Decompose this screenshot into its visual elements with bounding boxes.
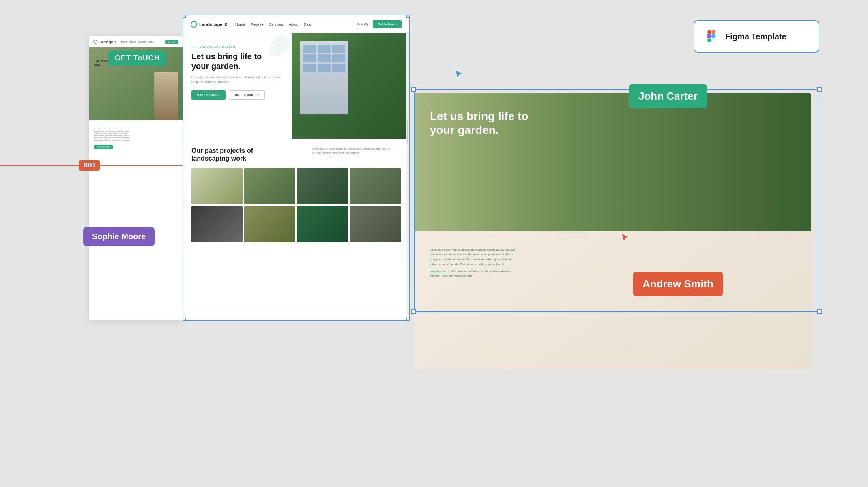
lp-hero-person-figure (154, 72, 178, 120)
mf-grid-item-3 (297, 168, 348, 204)
mf-nav-pages[interactable]: Pages (251, 22, 263, 26)
figma-template-title: Figma Template (725, 32, 786, 41)
mf-window-2 (318, 45, 331, 53)
lp-about-body: Lorem ipsum dolor sit amet, consectetur … (94, 128, 131, 142)
mf-hero-section: LANDSCAPE DESIGN Let us bring life to yo… (183, 33, 409, 139)
lp-services-btn[interactable]: OUR SERVICES (94, 145, 113, 149)
rbp-body-text-2: perpction vis ut, dicit mentore rationib… (430, 269, 795, 279)
rbp-link[interactable]: perpction vis ut (430, 270, 449, 273)
lp-nav-about: About (148, 41, 153, 43)
rbp-hero-section: Let us bring life to your garden. (414, 93, 811, 231)
mf-hero-bg-image (292, 33, 409, 139)
rframe-handle-bl[interactable] (411, 309, 416, 314)
mf-grid-item-8 (350, 206, 401, 242)
mf-scrollbar[interactable] (406, 33, 409, 320)
mf-projects-header: Our past projects of landscaping work Lo… (191, 147, 401, 162)
rbp-hero-text: Let us bring life to your garden. (430, 109, 552, 137)
figma-template-box: Figma Template (694, 20, 819, 53)
rframe-handle-tr[interactable] (817, 87, 822, 92)
mf-grid-item-2 (244, 168, 295, 204)
svg-rect-5 (707, 30, 711, 34)
mf-get-in-touch-btn[interactable]: GET IN TOUCH (191, 90, 226, 100)
mf-grid-item-5 (191, 206, 243, 242)
lp-nav-links: Home Pages ▾ Services About (121, 41, 153, 43)
mf-hero-body: Lorem ipsum dolor sit amet, consectetur … (191, 75, 284, 84)
mf-window-5 (318, 54, 331, 62)
mf-window-9 (332, 64, 345, 72)
mf-nav-blog[interactable]: Blog (304, 22, 312, 26)
mf-nav-about[interactable]: About (289, 22, 299, 26)
mf-nav-links: Home Pages Services About Blog (235, 22, 312, 26)
handle-top-right[interactable] (406, 15, 410, 18)
height-label: 800 (79, 160, 100, 171)
mf-projects-section: Our past projects of landscaping work Lo… (183, 139, 409, 251)
mf-nav-services[interactable]: Services (269, 22, 284, 26)
lp-nav-home: Home (121, 41, 127, 43)
main-center-frame: 60 LandscaperX Home Pages Services About… (183, 15, 410, 321)
mf-building-figure (300, 41, 348, 114)
handle-bottom-right[interactable] (406, 318, 410, 321)
mf-grid-item-7 (297, 206, 348, 242)
lp-cta-btn[interactable]: Get in touch (165, 40, 178, 44)
andrew-smith-tag: Andrew Smith (633, 272, 723, 296)
lp-about-section: Lorem ipsum dolor sit amet, consectetur … (89, 120, 183, 155)
rbp-body-text-1: luctus ac nimod viverra; ad delicata vil… (430, 247, 795, 267)
svg-rect-9 (707, 38, 711, 42)
sophie-moore-tag: Sophie Moore (83, 227, 155, 246)
mf-grid-item-1 (191, 168, 243, 204)
leaf-decoration-icon (267, 33, 292, 58)
rbp-text-block: luctus ac nimod viverra; ad delicata vil… (430, 247, 795, 279)
main-frame-navbar: LandscaperX Home Pages Services About Bl… (183, 15, 409, 33)
mf-window-4 (303, 54, 316, 62)
right-panel: Figma Template Let us bring life to your… (414, 20, 819, 369)
mf-grid-item-4 (350, 168, 401, 204)
mf-nav-home[interactable]: Home (235, 22, 245, 26)
svg-rect-6 (711, 30, 715, 34)
mf-window-6 (332, 54, 345, 62)
mf-building-windows (300, 41, 348, 75)
rbp-hero-title: Let us bring life to your garden. (430, 109, 552, 137)
cursor-blue-arrow (454, 69, 464, 82)
mf-cart[interactable]: Cart (3) (357, 22, 368, 26)
mf-projects-desc: Lorem ipsum dolor sit amet, consectetur … (312, 147, 401, 155)
left-preview-navbar: LandscaperX Home Pages ▾ Services About … (89, 36, 183, 47)
get-in-touch-label: GET ToUCH (108, 51, 166, 66)
lp-logo-icon (93, 40, 97, 44)
rframe-handle-tl[interactable] (411, 87, 416, 92)
left-preview-frame: LandscaperX Home Pages ▾ Services About … (89, 36, 183, 320)
right-bg-preview: Let us bring life to your garden. luctus… (414, 93, 811, 369)
mf-nav-right: Cart (3) Get in touch (357, 20, 402, 28)
mf-hero-image (292, 33, 409, 139)
mf-cta-button[interactable]: Get in touch (373, 20, 402, 28)
mf-hero-left: LANDSCAPE DESIGN Let us bring life to yo… (183, 33, 292, 139)
john-carter-tag: John Carter (629, 84, 707, 108)
mf-our-services-btn[interactable]: OUR SERVICES (229, 90, 265, 100)
figma-icon (703, 28, 720, 45)
mf-logo: LandscaperX (191, 21, 227, 28)
mf-logo-circle (191, 21, 197, 28)
handle-bottom-left[interactable] (183, 318, 186, 321)
rframe-handle-br[interactable] (817, 309, 822, 314)
mf-window-3 (332, 45, 345, 53)
lp-logo: LandscaperX (93, 40, 116, 44)
mf-scrollbar-thumb[interactable] (407, 119, 408, 144)
mf-grid-item-6 (244, 206, 295, 242)
mf-window-1 (303, 45, 316, 53)
svg-rect-7 (707, 34, 711, 38)
handle-top-left[interactable] (183, 15, 186, 18)
mf-window-7 (303, 64, 316, 72)
lp-nav-pages: Pages ▾ (129, 41, 136, 43)
mf-hero-buttons: GET IN TOUCH OUR SERVICES (191, 90, 284, 100)
lp-nav-services: Services (138, 41, 146, 43)
cursor-red-arrow (621, 232, 630, 245)
mf-window-8 (318, 64, 331, 72)
mf-projects-grid (191, 168, 401, 242)
svg-point-8 (711, 34, 715, 38)
mf-projects-title: Our past projects of landscaping work (191, 147, 253, 162)
